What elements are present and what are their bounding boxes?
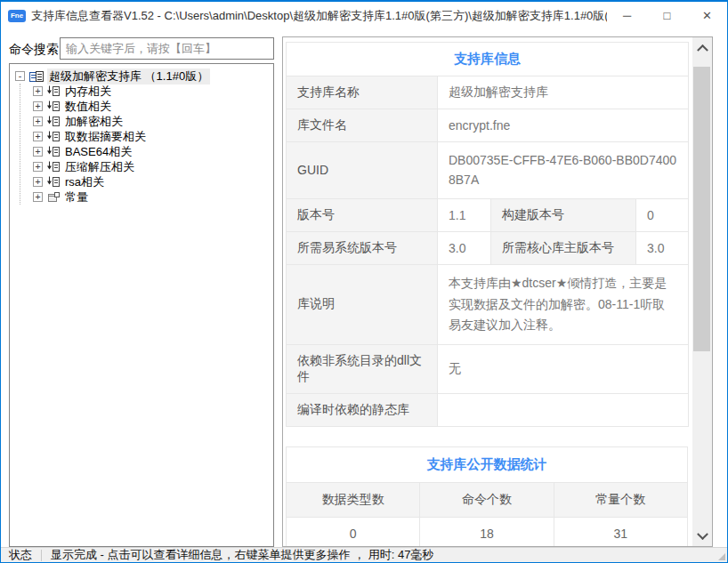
field-value: DB00735E-CFFB-47E6-B060-BB0D74008B7A bbox=[438, 142, 689, 199]
tree-children: + 内存相关 + 数值相关 + bbox=[20, 84, 271, 205]
app-window: Fne 支持库信息查看器V1.52 - C:\Users\admin\Deskt… bbox=[0, 0, 728, 563]
stat-value: 31 bbox=[554, 518, 687, 546]
tree-item-label[interactable]: 压缩解压相关 bbox=[63, 159, 136, 175]
expand-toggle-icon[interactable]: + bbox=[33, 192, 43, 202]
info-table-title: 支持库信息 bbox=[287, 43, 689, 76]
table-row: 依赖非系统目录的dll文件 无 bbox=[287, 345, 689, 394]
search-input[interactable] bbox=[60, 37, 274, 60]
library-tree: - 超级加解密支持库 （1.1#0版） + 内存相关 bbox=[9, 63, 274, 547]
tree-item-constants[interactable]: + 常量 bbox=[20, 189, 271, 205]
field-label: 构建版本号 bbox=[491, 198, 636, 231]
field-value: encrypt.fne bbox=[438, 109, 689, 142]
tree-item-crypt[interactable]: + 加解密相关 bbox=[20, 114, 271, 129]
table-row: 版本号 1.1 构建版本号 0 bbox=[287, 198, 689, 231]
library-icon bbox=[28, 70, 44, 83]
tree-item-label[interactable]: BASE64相关 bbox=[63, 144, 133, 160]
field-value: 本支持库由★dtcser★倾情打造，主要是实现数据及文件的加解密。08-11-1… bbox=[438, 264, 689, 344]
tree-item-zip[interactable]: + 压缩解压相关 bbox=[20, 159, 271, 174]
tree-item-numeric[interactable]: + 数值相关 bbox=[20, 99, 271, 114]
tree-item-base64[interactable]: + BASE64相关 bbox=[20, 144, 271, 159]
window-title: 支持库信息查看器V1.52 - C:\Users\admin\Desktop\超… bbox=[31, 8, 607, 24]
status-separator bbox=[41, 550, 42, 561]
table-gap bbox=[286, 427, 690, 446]
chevron-down-icon bbox=[697, 528, 708, 540]
command-group-icon bbox=[46, 161, 61, 173]
field-label: 库文件名 bbox=[287, 109, 438, 142]
table-row: 0 18 31 bbox=[287, 518, 688, 546]
field-label: 支持库名称 bbox=[287, 76, 438, 109]
expand-toggle-icon[interactable]: + bbox=[33, 86, 43, 96]
column-header: 数据类型数 bbox=[287, 483, 420, 518]
scrollbar-thumb[interactable] bbox=[693, 67, 710, 351]
resize-grip[interactable] bbox=[718, 553, 725, 560]
table-row: GUID DB00735E-CFFB-47E6-B060-BB0D74008B7… bbox=[287, 142, 689, 199]
field-value: 0 bbox=[636, 198, 689, 231]
table-row: 所需易系统版本号 3.0 所需核心库主版本号 3.0 bbox=[287, 231, 689, 264]
command-group-icon bbox=[46, 131, 61, 142]
stats-table-title: 支持库公开数据统计 bbox=[287, 447, 688, 483]
collapse-toggle-icon[interactable]: - bbox=[15, 71, 25, 81]
app-icon: Fne bbox=[8, 10, 26, 22]
field-value: 无 bbox=[438, 345, 689, 394]
stat-value: 18 bbox=[420, 518, 554, 546]
tree-item-rsa[interactable]: + rsa相关 bbox=[20, 174, 271, 189]
column-header: 常量个数 bbox=[554, 483, 687, 518]
field-label: 库说明 bbox=[287, 264, 438, 344]
command-group-icon bbox=[46, 146, 61, 157]
command-group-icon bbox=[46, 116, 61, 127]
tree-item-label[interactable]: 取数据摘要相关 bbox=[63, 129, 148, 145]
field-label: 版本号 bbox=[287, 198, 438, 231]
field-label: 依赖非系统目录的dll文件 bbox=[287, 345, 438, 394]
close-button[interactable]: ✕ bbox=[687, 2, 727, 29]
command-search-label: 命令搜索 bbox=[9, 42, 59, 58]
tree-item-label[interactable]: 内存相关 bbox=[63, 84, 113, 100]
detail-panel: 支持库信息 支持库名称 超级加解密支持库 库文件名 encrypt.fne GU… bbox=[282, 36, 713, 547]
table-row: 库说明 本支持库由★dtcser★倾情打造，主要是实现数据及文件的加解密。08-… bbox=[287, 264, 689, 344]
public-data-stats-table: 支持库公开数据统计 数据类型数 命令个数 常量个数 0 18 31 bbox=[286, 446, 688, 546]
field-label: 所需易系统版本号 bbox=[287, 231, 438, 264]
caption-buttons: ─ □ ✕ bbox=[607, 2, 727, 30]
tree-root-item[interactable]: - 超级加解密支持库 （1.1#0版） bbox=[15, 68, 271, 84]
scroll-up-button[interactable] bbox=[692, 37, 712, 57]
vertical-scrollbar[interactable] bbox=[692, 37, 712, 546]
field-value: 3.0 bbox=[636, 231, 689, 264]
field-value bbox=[438, 394, 689, 427]
field-value: 3.0 bbox=[438, 231, 491, 264]
title-bar: Fne 支持库信息查看器V1.52 - C:\Users\admin\Deskt… bbox=[1, 1, 727, 29]
field-label: GUID bbox=[287, 142, 438, 199]
field-value: 超级加解密支持库 bbox=[438, 76, 689, 109]
command-group-icon bbox=[46, 101, 61, 112]
status-label: 状态 bbox=[1, 547, 41, 563]
status-bar: 状态 显示完成 - 点击可以查看详细信息，右键菜单提供更多操作 ， 用时: 47… bbox=[1, 547, 727, 562]
tree-root-label[interactable]: 超级加解密支持库 （1.1#0版） bbox=[47, 68, 210, 84]
tree-item-digest[interactable]: + 取数据摘要相关 bbox=[20, 129, 271, 144]
scroll-down-button[interactable] bbox=[692, 527, 712, 546]
table-row: 编译时依赖的静态库 bbox=[287, 394, 689, 427]
expand-toggle-icon[interactable]: + bbox=[33, 162, 43, 172]
expand-toggle-icon[interactable]: + bbox=[33, 147, 43, 157]
stat-value: 0 bbox=[287, 518, 420, 546]
expand-toggle-icon[interactable]: + bbox=[33, 132, 43, 141]
table-row: 库文件名 encrypt.fne bbox=[287, 109, 689, 142]
minimize-button[interactable]: ─ bbox=[607, 2, 647, 29]
maximize-button[interactable]: □ bbox=[647, 2, 687, 29]
command-group-icon bbox=[46, 85, 61, 97]
expand-toggle-icon[interactable]: + bbox=[33, 101, 43, 111]
command-group-icon bbox=[46, 176, 61, 188]
field-label: 所需核心库主版本号 bbox=[491, 231, 636, 264]
table-row: 数据类型数 命令个数 常量个数 bbox=[287, 483, 688, 518]
tree-item-label[interactable]: 数值相关 bbox=[63, 99, 113, 115]
tree-item-label[interactable]: rsa相关 bbox=[63, 174, 106, 190]
table-row: 支持库名称 超级加解密支持库 bbox=[287, 76, 689, 109]
constants-icon bbox=[46, 191, 61, 203]
expand-toggle-icon[interactable]: + bbox=[33, 177, 43, 187]
field-value: 1.1 bbox=[438, 198, 491, 231]
tree-item-label[interactable]: 加解密相关 bbox=[63, 114, 125, 130]
tree-item-label[interactable]: 常量 bbox=[63, 189, 90, 205]
library-info-table: 支持库信息 支持库名称 超级加解密支持库 库文件名 encrypt.fne GU… bbox=[286, 42, 689, 427]
expand-toggle-icon[interactable]: + bbox=[33, 117, 43, 126]
chevron-up-icon bbox=[697, 44, 708, 55]
field-label: 编译时依赖的静态库 bbox=[287, 394, 438, 427]
detail-content: 支持库信息 支持库名称 超级加解密支持库 库文件名 encrypt.fne GU… bbox=[283, 37, 692, 546]
tree-item-memory[interactable]: + 内存相关 bbox=[20, 84, 271, 99]
